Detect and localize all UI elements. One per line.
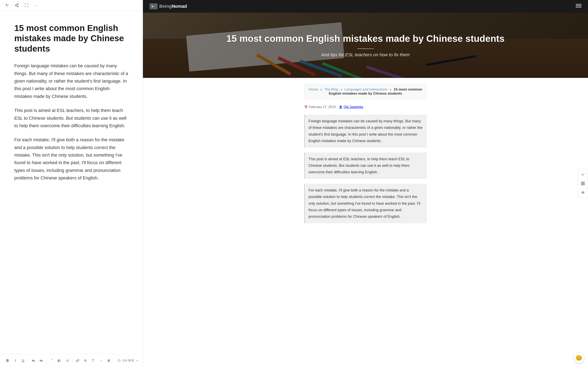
feedback-button[interactable]: 😊 bbox=[574, 353, 584, 363]
ol-button[interactable] bbox=[64, 357, 71, 364]
svg-text:🌍: 🌍 bbox=[151, 5, 154, 8]
website-content: 🌍 BeingNomad bbox=[143, 0, 588, 367]
hero-text: 15 most common English mistakes made by … bbox=[222, 29, 509, 61]
right-tools bbox=[578, 169, 588, 198]
editor-title: 15 most common English mistakes made by … bbox=[14, 23, 129, 54]
logo-text: BeingNomad bbox=[159, 4, 187, 9]
table-button[interactable]: ⊞ bbox=[105, 357, 112, 364]
hero-divider bbox=[357, 49, 374, 49]
content-para-2: This post is aimed at ESL teachers, to h… bbox=[304, 152, 427, 179]
text-style-button[interactable]: T bbox=[90, 357, 96, 364]
editor-para-2: This post is aimed at ESL teachers, to h… bbox=[14, 107, 129, 129]
svg-rect-21 bbox=[583, 182, 585, 183]
calendar-icon: 📅 bbox=[304, 105, 308, 109]
italic-button[interactable]: I bbox=[12, 357, 19, 364]
hero-section: 15 most common English mistakes made by … bbox=[143, 13, 588, 78]
svg-rect-22 bbox=[583, 184, 585, 185]
svg-point-1 bbox=[15, 5, 16, 6]
h2-button[interactable]: H₂ bbox=[38, 357, 45, 364]
svg-line-3 bbox=[16, 6, 17, 6]
bold-button[interactable]: B bbox=[4, 357, 11, 364]
site-logo: 🌍 BeingNomad bbox=[149, 3, 187, 9]
expand-icon[interactable] bbox=[24, 2, 29, 8]
underline-button[interactable]: U bbox=[20, 357, 26, 364]
editor-panel: ↻ ··· 15 most common English mistakes ma… bbox=[0, 0, 143, 367]
svg-point-0 bbox=[17, 4, 18, 5]
breadcrumb: Home » The Blog » Languages and Interact… bbox=[304, 84, 427, 99]
editor-content[interactable]: 15 most common English mistakes made by … bbox=[0, 11, 143, 367]
menu-tool-button[interactable] bbox=[579, 189, 587, 196]
svg-point-10 bbox=[58, 361, 59, 362]
main-content-area: Home » The Blog » Languages and Interact… bbox=[300, 78, 431, 234]
editor-para-3: For each mistake, I'll give both a reaso… bbox=[14, 136, 129, 182]
breadcrumb-sep-1: » bbox=[320, 87, 323, 91]
website-panel: 🌍 BeingNomad bbox=[143, 0, 588, 367]
author-link[interactable]: Ola Jagielska bbox=[344, 105, 363, 109]
quote-button[interactable]: " bbox=[48, 357, 55, 364]
indent-button[interactable]: → bbox=[97, 357, 104, 364]
post-meta: 📅 February 17, 2019 👤 Ola Jagielska bbox=[304, 105, 427, 109]
post-author: 👤 Ola Jagielska bbox=[339, 105, 363, 109]
breadcrumb-sep-3: » bbox=[389, 87, 392, 91]
author-icon: 👤 bbox=[339, 105, 342, 109]
breadcrumb-blog[interactable]: The Blog bbox=[324, 87, 338, 91]
nav-menu-button[interactable] bbox=[576, 3, 581, 9]
breadcrumb-home[interactable]: Home bbox=[309, 87, 318, 91]
content-para-3: For each mistake, I'll give both a reaso… bbox=[304, 184, 427, 223]
link-button[interactable] bbox=[74, 357, 81, 364]
editor-para-1: Foreign language mistakes can be caused … bbox=[14, 62, 129, 100]
check-tool-button[interactable] bbox=[579, 171, 587, 178]
font-color-button[interactable]: A bbox=[82, 357, 89, 364]
h1-button[interactable]: H₁ bbox=[30, 357, 37, 364]
svg-point-2 bbox=[17, 6, 18, 7]
refresh-icon[interactable]: ↻ bbox=[4, 2, 10, 8]
svg-point-8 bbox=[58, 359, 59, 360]
ul-button[interactable] bbox=[56, 357, 63, 364]
bottom-toolbar: B I U H₁ H₂ " A T → ⊞ bbox=[0, 354, 143, 367]
post-date: 📅 February 17, 2019 bbox=[304, 105, 336, 109]
svg-rect-23 bbox=[581, 184, 583, 185]
share-icon[interactable] bbox=[14, 2, 20, 8]
word-count: 129 单词 bbox=[118, 359, 139, 363]
top-toolbar: ↻ ··· bbox=[0, 0, 143, 11]
svg-rect-20 bbox=[581, 182, 583, 183]
hero-subtitle: And tips for ESL teachers on how to fix … bbox=[226, 52, 505, 58]
format-tool-button[interactable] bbox=[579, 180, 587, 187]
logo-icon: 🌍 bbox=[149, 3, 158, 9]
hero-title: 15 most common English mistakes made by … bbox=[226, 33, 505, 44]
svg-point-9 bbox=[58, 360, 59, 361]
content-para-1: Foreign language mistakes can be caused … bbox=[304, 115, 427, 148]
breadcrumb-category[interactable]: Languages and Interactions bbox=[345, 87, 387, 91]
site-header: 🌍 BeingNomad bbox=[143, 0, 588, 13]
more-icon[interactable]: ··· bbox=[34, 2, 39, 8]
breadcrumb-sep-2: » bbox=[340, 87, 343, 91]
svg-line-4 bbox=[16, 4, 17, 5]
